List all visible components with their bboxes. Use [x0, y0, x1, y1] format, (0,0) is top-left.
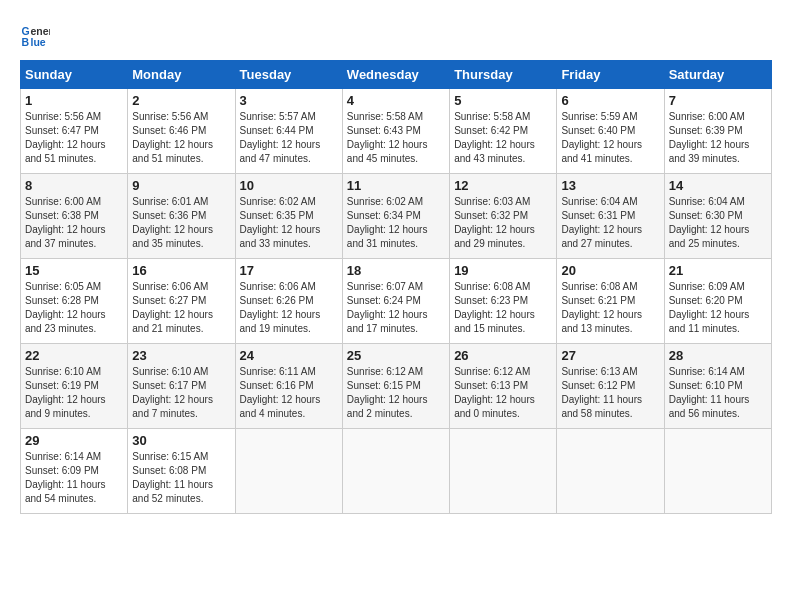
day-info: Sunrise: 5:56 AM Sunset: 6:46 PM Dayligh…	[132, 110, 230, 166]
calendar-cell	[450, 429, 557, 514]
day-info: Sunrise: 6:04 AM Sunset: 6:31 PM Dayligh…	[561, 195, 659, 251]
calendar-cell: 22Sunrise: 6:10 AM Sunset: 6:19 PM Dayli…	[21, 344, 128, 429]
calendar-cell: 20Sunrise: 6:08 AM Sunset: 6:21 PM Dayli…	[557, 259, 664, 344]
day-info: Sunrise: 6:00 AM Sunset: 6:38 PM Dayligh…	[25, 195, 123, 251]
calendar-cell: 23Sunrise: 6:10 AM Sunset: 6:17 PM Dayli…	[128, 344, 235, 429]
calendar-cell: 24Sunrise: 6:11 AM Sunset: 6:16 PM Dayli…	[235, 344, 342, 429]
calendar-cell: 10Sunrise: 6:02 AM Sunset: 6:35 PM Dayli…	[235, 174, 342, 259]
calendar-week-row: 15Sunrise: 6:05 AM Sunset: 6:28 PM Dayli…	[21, 259, 772, 344]
calendar-cell	[664, 429, 771, 514]
day-info: Sunrise: 6:02 AM Sunset: 6:35 PM Dayligh…	[240, 195, 338, 251]
day-number: 3	[240, 93, 338, 108]
day-info: Sunrise: 5:58 AM Sunset: 6:42 PM Dayligh…	[454, 110, 552, 166]
calendar-cell: 18Sunrise: 6:07 AM Sunset: 6:24 PM Dayli…	[342, 259, 449, 344]
calendar-cell	[557, 429, 664, 514]
calendar-cell: 9Sunrise: 6:01 AM Sunset: 6:36 PM Daylig…	[128, 174, 235, 259]
day-number: 7	[669, 93, 767, 108]
day-info: Sunrise: 6:01 AM Sunset: 6:36 PM Dayligh…	[132, 195, 230, 251]
day-info: Sunrise: 6:05 AM Sunset: 6:28 PM Dayligh…	[25, 280, 123, 336]
day-info: Sunrise: 6:10 AM Sunset: 6:19 PM Dayligh…	[25, 365, 123, 421]
day-number: 17	[240, 263, 338, 278]
day-info: Sunrise: 6:09 AM Sunset: 6:20 PM Dayligh…	[669, 280, 767, 336]
day-number: 8	[25, 178, 123, 193]
calendar-cell: 5Sunrise: 5:58 AM Sunset: 6:42 PM Daylig…	[450, 89, 557, 174]
day-number: 27	[561, 348, 659, 363]
calendar-cell: 21Sunrise: 6:09 AM Sunset: 6:20 PM Dayli…	[664, 259, 771, 344]
calendar-week-row: 8Sunrise: 6:00 AM Sunset: 6:38 PM Daylig…	[21, 174, 772, 259]
day-number: 19	[454, 263, 552, 278]
calendar-cell: 2Sunrise: 5:56 AM Sunset: 6:46 PM Daylig…	[128, 89, 235, 174]
calendar-header-row: SundayMondayTuesdayWednesdayThursdayFrid…	[21, 61, 772, 89]
calendar-cell: 19Sunrise: 6:08 AM Sunset: 6:23 PM Dayli…	[450, 259, 557, 344]
calendar-cell: 29Sunrise: 6:14 AM Sunset: 6:09 PM Dayli…	[21, 429, 128, 514]
day-info: Sunrise: 6:15 AM Sunset: 6:08 PM Dayligh…	[132, 450, 230, 506]
calendar-cell: 3Sunrise: 5:57 AM Sunset: 6:44 PM Daylig…	[235, 89, 342, 174]
day-number: 25	[347, 348, 445, 363]
day-info: Sunrise: 6:12 AM Sunset: 6:15 PM Dayligh…	[347, 365, 445, 421]
day-info: Sunrise: 6:12 AM Sunset: 6:13 PM Dayligh…	[454, 365, 552, 421]
page-header: G eneral B lue	[20, 20, 772, 50]
day-number: 15	[25, 263, 123, 278]
col-header-sunday: Sunday	[21, 61, 128, 89]
svg-text:lue: lue	[31, 36, 46, 48]
logo-icon: G eneral B lue	[20, 20, 50, 50]
col-header-saturday: Saturday	[664, 61, 771, 89]
calendar-cell: 4Sunrise: 5:58 AM Sunset: 6:43 PM Daylig…	[342, 89, 449, 174]
col-header-friday: Friday	[557, 61, 664, 89]
day-info: Sunrise: 6:06 AM Sunset: 6:26 PM Dayligh…	[240, 280, 338, 336]
col-header-tuesday: Tuesday	[235, 61, 342, 89]
day-info: Sunrise: 5:57 AM Sunset: 6:44 PM Dayligh…	[240, 110, 338, 166]
day-info: Sunrise: 6:04 AM Sunset: 6:30 PM Dayligh…	[669, 195, 767, 251]
day-number: 18	[347, 263, 445, 278]
day-number: 10	[240, 178, 338, 193]
calendar-week-row: 29Sunrise: 6:14 AM Sunset: 6:09 PM Dayli…	[21, 429, 772, 514]
calendar-cell: 8Sunrise: 6:00 AM Sunset: 6:38 PM Daylig…	[21, 174, 128, 259]
day-number: 29	[25, 433, 123, 448]
day-info: Sunrise: 6:11 AM Sunset: 6:16 PM Dayligh…	[240, 365, 338, 421]
day-number: 5	[454, 93, 552, 108]
calendar-week-row: 22Sunrise: 6:10 AM Sunset: 6:19 PM Dayli…	[21, 344, 772, 429]
calendar-cell: 14Sunrise: 6:04 AM Sunset: 6:30 PM Dayli…	[664, 174, 771, 259]
day-info: Sunrise: 6:07 AM Sunset: 6:24 PM Dayligh…	[347, 280, 445, 336]
calendar-cell: 25Sunrise: 6:12 AM Sunset: 6:15 PM Dayli…	[342, 344, 449, 429]
calendar-cell	[235, 429, 342, 514]
col-header-thursday: Thursday	[450, 61, 557, 89]
day-info: Sunrise: 6:08 AM Sunset: 6:21 PM Dayligh…	[561, 280, 659, 336]
calendar-cell: 27Sunrise: 6:13 AM Sunset: 6:12 PM Dayli…	[557, 344, 664, 429]
col-header-monday: Monday	[128, 61, 235, 89]
day-number: 11	[347, 178, 445, 193]
calendar-cell: 6Sunrise: 5:59 AM Sunset: 6:40 PM Daylig…	[557, 89, 664, 174]
day-number: 2	[132, 93, 230, 108]
day-info: Sunrise: 6:13 AM Sunset: 6:12 PM Dayligh…	[561, 365, 659, 421]
calendar-cell: 1Sunrise: 5:56 AM Sunset: 6:47 PM Daylig…	[21, 89, 128, 174]
day-number: 23	[132, 348, 230, 363]
calendar-cell: 15Sunrise: 6:05 AM Sunset: 6:28 PM Dayli…	[21, 259, 128, 344]
day-number: 24	[240, 348, 338, 363]
calendar-cell: 28Sunrise: 6:14 AM Sunset: 6:10 PM Dayli…	[664, 344, 771, 429]
day-number: 6	[561, 93, 659, 108]
day-number: 14	[669, 178, 767, 193]
day-info: Sunrise: 6:06 AM Sunset: 6:27 PM Dayligh…	[132, 280, 230, 336]
col-header-wednesday: Wednesday	[342, 61, 449, 89]
day-info: Sunrise: 6:02 AM Sunset: 6:34 PM Dayligh…	[347, 195, 445, 251]
day-number: 4	[347, 93, 445, 108]
day-number: 13	[561, 178, 659, 193]
day-info: Sunrise: 6:14 AM Sunset: 6:09 PM Dayligh…	[25, 450, 123, 506]
calendar-cell	[342, 429, 449, 514]
day-info: Sunrise: 6:10 AM Sunset: 6:17 PM Dayligh…	[132, 365, 230, 421]
day-number: 26	[454, 348, 552, 363]
day-info: Sunrise: 6:00 AM Sunset: 6:39 PM Dayligh…	[669, 110, 767, 166]
day-number: 12	[454, 178, 552, 193]
day-number: 20	[561, 263, 659, 278]
calendar-cell: 26Sunrise: 6:12 AM Sunset: 6:13 PM Dayli…	[450, 344, 557, 429]
day-info: Sunrise: 5:58 AM Sunset: 6:43 PM Dayligh…	[347, 110, 445, 166]
day-number: 1	[25, 93, 123, 108]
day-info: Sunrise: 6:08 AM Sunset: 6:23 PM Dayligh…	[454, 280, 552, 336]
day-number: 28	[669, 348, 767, 363]
day-info: Sunrise: 5:59 AM Sunset: 6:40 PM Dayligh…	[561, 110, 659, 166]
svg-text:B: B	[22, 36, 30, 48]
day-info: Sunrise: 6:03 AM Sunset: 6:32 PM Dayligh…	[454, 195, 552, 251]
day-number: 30	[132, 433, 230, 448]
calendar-cell: 7Sunrise: 6:00 AM Sunset: 6:39 PM Daylig…	[664, 89, 771, 174]
calendar-table: SundayMondayTuesdayWednesdayThursdayFrid…	[20, 60, 772, 514]
